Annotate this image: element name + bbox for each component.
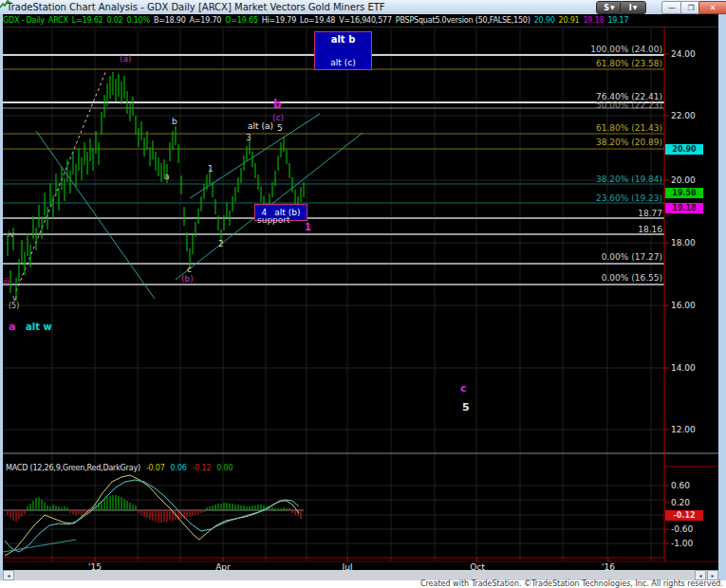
wave-box-label: alt b — [331, 34, 356, 45]
aux-line — [3, 540, 76, 552]
macd-indicator-label: MACD (12,26,9,Green,Red,DarkGray)-0.070.… — [6, 464, 233, 472]
macd-value: -0.12 — [193, 464, 212, 472]
signal-line — [5, 480, 299, 552]
macd-label: MACD (12,26,9,Green,Red,DarkGray) — [6, 464, 140, 472]
wave-box-label: alt (b) — [274, 208, 300, 217]
trendline — [190, 114, 320, 198]
wave-box-alt-b2[interactable]: 4 alt (b) — [254, 204, 307, 221]
chart-canvas[interactable] — [0, 0, 726, 588]
macd-value: 0.06 — [171, 464, 187, 472]
wave-box-alt-b[interactable]: alt b alt (c) — [314, 31, 372, 70]
wave-box-label: alt (c) — [330, 58, 355, 67]
wave-box-label: 4 — [262, 208, 268, 217]
macd-value: 0.00 — [216, 464, 233, 472]
window-border-left — [0, 14, 3, 580]
macd-value: -0.07 — [146, 464, 165, 472]
copyright-text: Created with TradeStation. ©TradeStation… — [420, 579, 723, 588]
scroll-left-button[interactable]: ◂ — [3, 570, 14, 580]
window-border-right — [718, 14, 726, 580]
tradestation-window: TradeStation Chart Analysis - GDX Daily … — [0, 0, 726, 588]
status-bar: Created with TradeStation. ©TradeStation… — [0, 580, 726, 588]
